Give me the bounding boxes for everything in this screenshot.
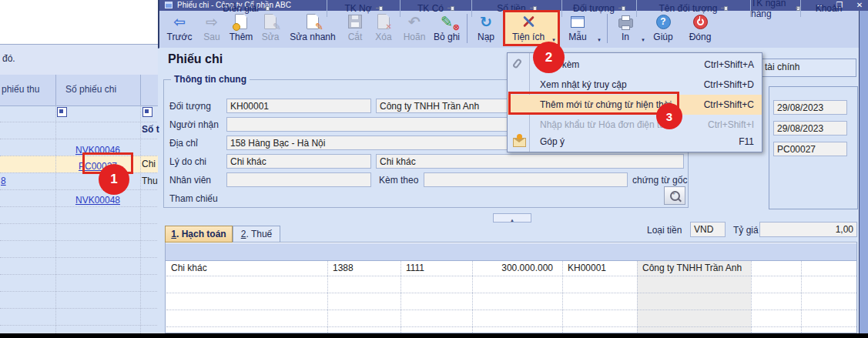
toolbar-divider xyxy=(467,14,468,43)
cell-so-tien[interactable]: 300.000.000 xyxy=(472,263,553,273)
tab-thue[interactable]: 2. Thuế xyxy=(233,226,280,243)
grid-line xyxy=(751,261,752,333)
column-divider xyxy=(55,75,56,105)
grid-line xyxy=(166,276,856,276)
input-document-date[interactable]: 29/08/2023 xyxy=(773,121,847,136)
column-header-so-phieu-thu[interactable]: phiếu thu xyxy=(2,84,39,95)
cell-dien-giai[interactable]: Chi khác xyxy=(171,263,321,273)
column-divider xyxy=(140,75,141,105)
grid-line xyxy=(0,291,157,292)
cell-tk-co[interactable]: 1111 xyxy=(406,263,468,273)
background-partial-text: đó. xyxy=(2,53,15,64)
column-header-khoan[interactable]: Khoản xyxy=(801,0,856,17)
column-header-so-phieu-chi[interactable]: Số phiếu chi xyxy=(65,84,116,95)
template-icon xyxy=(571,16,585,28)
input-currency[interactable]: VND xyxy=(690,222,726,237)
printer-icon xyxy=(618,18,633,28)
grid-line xyxy=(0,172,157,173)
label-doi-tuong: Đối tượng xyxy=(169,101,211,112)
column-header-tk-co[interactable]: TK Có xyxy=(400,0,472,17)
paperclip-icon xyxy=(512,58,523,69)
grid-line xyxy=(637,261,638,333)
voucher-link-partial[interactable]: 8 xyxy=(1,176,6,186)
label-nguoi-nhan: Người nhận xyxy=(169,119,219,130)
grid-line xyxy=(166,310,856,310)
grid-line xyxy=(0,156,157,156)
voucher-link-nvk00048[interactable]: NVK00048 xyxy=(75,195,120,206)
step-badge-2: 2 xyxy=(533,42,565,73)
grid-line xyxy=(472,261,473,333)
magnifier-icon xyxy=(670,191,680,201)
grid-line xyxy=(327,261,328,333)
toolbar-divider xyxy=(607,14,608,43)
pin-icon xyxy=(618,5,625,12)
input-kem-theo[interactable] xyxy=(424,172,628,187)
detail-table-header xyxy=(166,243,856,261)
label-kem-theo: Kèm theo xyxy=(379,175,418,186)
grid-line xyxy=(0,139,157,139)
column-header-dien-giai[interactable]: Diễn giải xyxy=(166,0,327,17)
grid-line xyxy=(562,261,563,333)
page-title: Phiếu chi xyxy=(168,52,223,66)
row-cell-text: Thu xyxy=(142,176,158,186)
dropdown-arrow-icon[interactable] xyxy=(641,31,645,45)
menu-item-gop-y[interactable]: Góp ý F11 xyxy=(508,132,762,152)
filter-icon[interactable] xyxy=(142,107,152,117)
grid-line xyxy=(0,274,157,275)
input-exchange-rate[interactable]: 1,00 xyxy=(759,222,857,237)
label-ly-do-chi: Lý do chi xyxy=(169,156,206,167)
feedback-envelope-icon xyxy=(513,138,526,147)
annotation-box-utilities xyxy=(503,10,560,46)
background-white-area xyxy=(0,0,158,44)
screen-bottom-edge xyxy=(0,333,868,338)
grid-line xyxy=(0,189,157,190)
filter-icon[interactable] xyxy=(57,107,67,117)
input-document-number[interactable]: PC00027 xyxy=(773,142,847,156)
partial-column-header: Số t xyxy=(142,124,159,135)
annotation-box-menu-item xyxy=(508,92,679,115)
pin-icon xyxy=(376,5,383,12)
dropdown-arrow-icon[interactable] xyxy=(597,31,602,45)
grid-line xyxy=(801,261,802,333)
column-header-ten-doi-tuong[interactable]: Tên đối tượng xyxy=(637,0,751,17)
grid-line xyxy=(0,223,157,224)
column-header-tk-no[interactable]: TK Nợ xyxy=(327,0,400,17)
financial-book-partial-label: tài chính xyxy=(765,62,799,72)
pin-icon xyxy=(796,5,800,12)
collapse-panel-button[interactable] xyxy=(493,213,531,223)
grid-line xyxy=(140,105,141,333)
grid-line xyxy=(400,261,401,333)
cell-ten-doi-tuong[interactable]: Công ty TNHH Trần Anh xyxy=(642,263,750,273)
label-dia-chi: Địa chỉ xyxy=(169,138,198,149)
pin-icon xyxy=(447,5,454,12)
grid-line xyxy=(0,206,157,207)
cell-tk-no[interactable]: 1388 xyxy=(333,263,394,273)
step-badge-3: 3 xyxy=(656,103,682,129)
column-header-tk-ngan-hang[interactable]: TK ngân hàng xyxy=(751,0,801,17)
label-loai-tien: Loại tiền xyxy=(647,225,682,236)
lookup-button[interactable] xyxy=(664,186,685,205)
pin-icon xyxy=(721,5,728,12)
input-ly-do-desc[interactable]: Chi khác xyxy=(376,154,684,169)
tab-hach-toan[interactable]: 1. Hạch toán xyxy=(165,226,233,243)
column-header-doi-tuong[interactable]: Đối tượng xyxy=(562,0,637,17)
background-text-band: đó. xyxy=(0,44,158,75)
pin-icon xyxy=(263,5,270,12)
input-doi-tuong-code[interactable]: KH00001 xyxy=(226,99,371,113)
row-cell-text: Chi xyxy=(142,159,156,169)
grid-line xyxy=(166,293,856,293)
grid-line xyxy=(0,257,157,258)
grid-line xyxy=(55,105,56,333)
grid-line xyxy=(0,122,157,122)
input-posting-date[interactable]: 29/08/2023 xyxy=(773,100,847,115)
label-nhan-vien: Nhân viên xyxy=(169,175,211,186)
label-ty-gia: Tỷ giá xyxy=(733,225,759,236)
groupbox-legend: Thông tin chung xyxy=(171,74,250,85)
grid-line xyxy=(0,325,157,326)
input-ly-do-code[interactable]: Chi khác xyxy=(226,154,371,169)
input-nhan-vien[interactable] xyxy=(226,172,371,187)
step-badge-1: 1 xyxy=(99,164,129,195)
label-tham-chieu: Tham chiếu xyxy=(169,193,218,204)
label-chung-tu-goc: chứng từ gốc xyxy=(632,175,687,186)
cell-doi-tuong[interactable]: KH00001 xyxy=(568,263,633,273)
